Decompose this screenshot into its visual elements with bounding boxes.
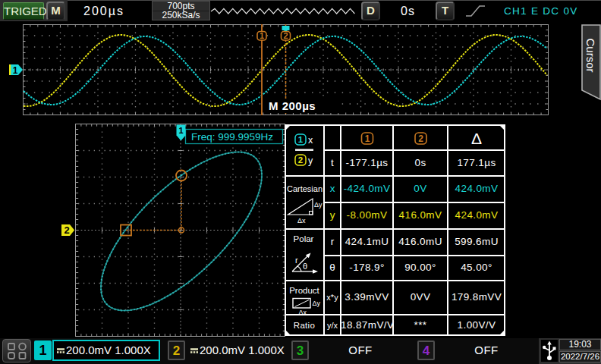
svg-text:Polar: Polar	[294, 234, 314, 243]
svg-text:Product: Product	[289, 286, 319, 295]
svg-text:θ: θ	[303, 262, 307, 271]
svg-text:x: x	[308, 135, 313, 146]
svg-text:2: 2	[298, 155, 303, 165]
svg-text:Cursor: Cursor	[584, 38, 597, 72]
svg-text:Freq: 999.9959Hz: Freq: 999.9959Hz	[191, 131, 273, 143]
svg-text:Δx: Δx	[299, 309, 307, 315]
svg-text:M 200µs: M 200µs	[269, 99, 316, 112]
svg-text:1: 1	[260, 31, 264, 40]
svg-text:2: 2	[418, 133, 423, 144]
svg-text:1: 1	[298, 135, 304, 144]
svg-text:r: r	[295, 256, 298, 265]
svg-text:Δ: Δ	[471, 130, 482, 147]
svg-text:1: 1	[178, 126, 183, 135]
svg-text:2: 2	[283, 31, 288, 40]
svg-text:Δy: Δy	[314, 201, 323, 209]
svg-text:1: 1	[365, 133, 370, 144]
svg-text:Δy: Δy	[313, 300, 321, 307]
svg-text:Cartesian: Cartesian	[287, 184, 323, 193]
svg-text:1: 1	[13, 65, 18, 76]
svg-text:Δx: Δx	[297, 217, 306, 224]
svg-text:2: 2	[64, 224, 69, 236]
svg-text:y: y	[308, 155, 313, 166]
